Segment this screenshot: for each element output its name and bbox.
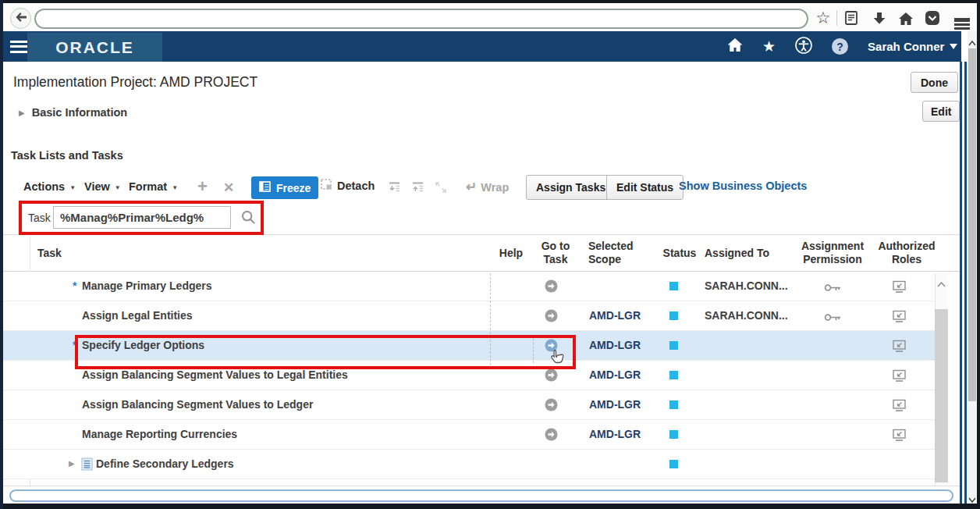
task-filter-label: Task [28,212,51,224]
pocket-icon[interactable] [924,9,941,27]
edit-status-button[interactable]: Edit Status [606,175,684,200]
browser-scrollbar-up-icon[interactable] [968,35,976,49]
table-header: Task Help Go to Task Selected Scope Stat… [3,234,960,272]
delete-icon[interactable]: ✕ [223,180,234,196]
table-row[interactable]: Assign Balancing Segment Values to Ledge… [3,390,935,420]
authorized-roles-icon[interactable] [893,310,906,326]
go-to-task-icon[interactable] [545,339,558,355]
selected-scope-link[interactable]: AMD-LGR [589,428,641,440]
format-menu[interactable]: Format▼ [129,180,178,193]
actions-menu[interactable]: Actions▼ [23,180,76,193]
col-go-to-task: Go to Task [535,240,576,266]
table-scrollbar-thumb[interactable] [935,309,948,482]
detach-icon [321,179,332,193]
status-icon [669,282,678,290]
selected-scope-link[interactable]: AMD-LGR [589,339,641,351]
back-button[interactable] [10,8,31,29]
focused-cell-border [533,335,534,363]
add-icon[interactable]: + [197,176,208,197]
selected-scope-link[interactable]: AMD-LGR [589,398,641,411]
browser-menu-icon[interactable] [953,10,971,27]
section-title: Task Lists and Tasks [11,149,123,162]
wrap-button[interactable]: ↵ Wrap [466,179,509,195]
library-clipboard-icon[interactable] [843,9,860,27]
go-to-task-icon[interactable] [545,368,558,385]
status-icon [669,371,678,379]
download-arrow-icon[interactable] [871,9,888,27]
task-name: Define Secondary Ledgers [96,457,234,470]
go-to-task-icon[interactable] [545,398,558,415]
col-assignment-permission: Assignment Permission [788,240,877,266]
col-assigned-to: Assigned To [705,247,769,260]
scroll-to-first-icon[interactable] [388,181,401,197]
appbar-actions: ★ ? Sarah Conner [727,31,957,62]
table-row-task-list[interactable]: ▶ Define Secondary Ledgers [3,450,935,479]
table-row[interactable]: * Manage Primary Ledgers SARAH.CONN... [3,272,935,301]
authorized-roles-icon[interactable] [893,280,906,296]
table-row[interactable]: Assign Balancing Segment Values to Legal… [3,361,935,390]
table-scrollbar-up-icon[interactable] [937,276,946,290]
view-menu[interactable]: View▼ [84,180,121,193]
task-name: Manage Reporting Currencies [82,428,237,440]
done-button[interactable]: Done [911,72,958,93]
status-icon [669,341,678,350]
authorized-roles-icon[interactable] [893,369,906,385]
go-to-task-icon[interactable] [545,279,558,296]
scroll-to-top-icon[interactable] [411,181,424,197]
assign-tasks-button[interactable]: Assign Tasks [526,175,616,200]
help-icon[interactable]: ? [832,38,848,55]
selected-scope-link[interactable]: AMD-LGR [589,309,641,322]
horizontal-scrollbar-thumb[interactable] [9,489,953,502]
browser-toolbar: ☆ [3,3,977,31]
assigned-to: SARAH.CONN... [705,309,788,322]
navigator-menu-icon[interactable] [10,38,27,55]
screen: ☆ ORACLE ★ ? [0,0,980,509]
edit-button[interactable]: Edit [922,101,960,122]
expand-caret-icon[interactable]: ▶ [69,459,75,468]
browser-scrollbar-thumb[interactable] [968,48,976,401]
home-icon[interactable] [727,38,743,55]
col-authorized-roles: Authorized Roles [874,240,939,266]
frame-border [0,504,980,509]
freeze-grid-icon [259,181,271,194]
table-row[interactable]: Assign Legal Entities AMD-LGR SARAH.CONN… [3,301,935,331]
table-row-selected[interactable]: * Specify Ledger Options AMD-LGR [3,331,935,361]
status-icon [669,460,678,468]
authorized-roles-icon[interactable] [893,340,906,355]
accessibility-icon[interactable] [795,37,812,57]
frame-border [0,0,980,3]
address-bar[interactable] [34,9,808,29]
col-help: Help [494,247,528,260]
selected-scope-link[interactable]: AMD-LGR [589,368,641,381]
expand-icon[interactable] [435,181,447,197]
table-row[interactable]: Manage Reporting Currencies AMD-LGR [3,420,935,450]
frame-border [0,0,3,509]
favorites-star-icon[interactable]: ★ [762,37,776,55]
basic-information-toggle[interactable]: ▶ Basic Information [19,106,127,119]
chevron-down-icon [950,44,957,49]
task-name: Assign Legal Entities [82,309,193,322]
authorized-roles-icon[interactable] [893,399,906,415]
col-status: Status [661,247,698,260]
detach-button[interactable]: Detach [321,179,375,193]
app-header: ORACLE ★ ? Sarah Conner [3,31,961,62]
freeze-button[interactable]: Freeze [251,176,318,199]
authorized-roles-icon[interactable] [893,429,906,444]
task-filter-input[interactable] [53,206,231,229]
window-border-line [964,62,967,504]
task-name: Assign Balancing Segment Values to Legal… [82,368,348,381]
required-marker: * [73,339,76,351]
dropdown-caret-icon: ▼ [115,184,121,191]
show-business-objects-link[interactable]: Show Business Objects [679,180,807,192]
go-to-task-icon[interactable] [545,309,558,326]
oracle-logo[interactable]: ORACLE [27,33,162,62]
task-name: Assign Balancing Segment Values to Ledge… [82,398,313,411]
search-icon[interactable] [240,209,257,229]
task-list-icon [81,457,93,474]
user-menu[interactable]: Sarah Conner [868,40,957,53]
assigned-to: SARAH.CONN... [705,279,788,292]
status-icon [669,311,678,320]
browser-home-icon[interactable] [897,10,914,27]
go-to-task-icon[interactable] [545,428,558,444]
bookmark-star-icon[interactable]: ☆ [815,9,832,27]
